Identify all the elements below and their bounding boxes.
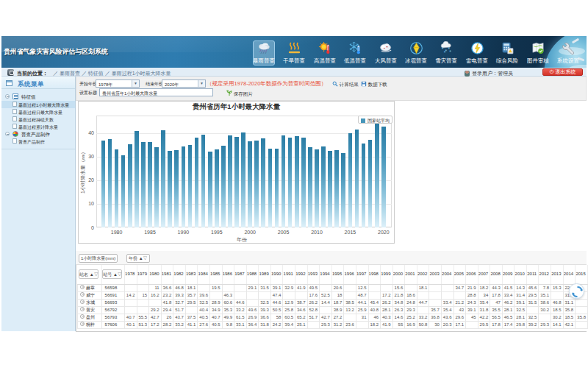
svg-text:*: * [443, 50, 445, 55]
svg-text:*: * [449, 49, 451, 54]
